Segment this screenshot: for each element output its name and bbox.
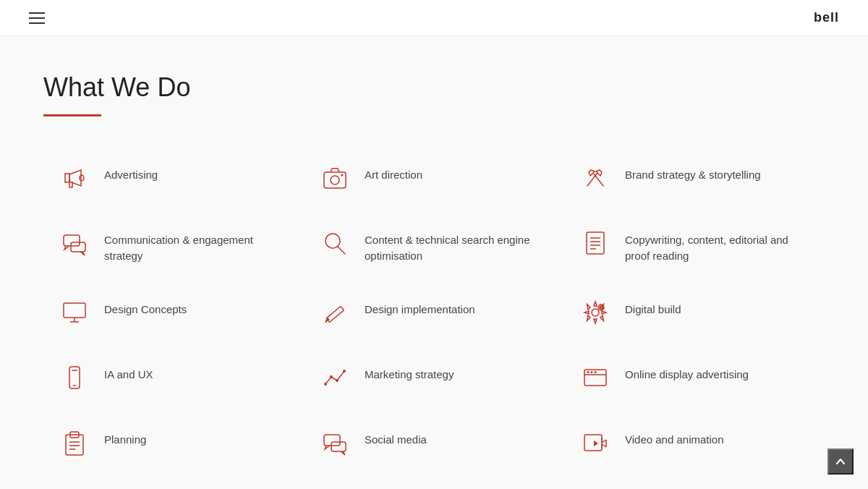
- svg-point-0: [80, 175, 84, 181]
- service-label-social-media: Social media: [365, 426, 427, 448]
- svg-line-9: [338, 247, 345, 254]
- svg-point-33: [587, 371, 590, 373]
- svg-line-4: [587, 173, 597, 186]
- service-label-marketing: Marketing strategy: [365, 361, 454, 383]
- svg-rect-43: [584, 435, 602, 451]
- pen-icon: [318, 296, 352, 329]
- svg-rect-6: [64, 235, 80, 246]
- service-item-design-concepts: Design Concepts: [43, 280, 304, 345]
- social-chat-icon: [318, 426, 352, 459]
- service-item-video: Video and animation: [564, 410, 825, 475]
- service-item-planning: Planning: [43, 410, 304, 475]
- service-item-art-direction: Art direction: [304, 145, 564, 211]
- service-label-content-seo: Content & technical search engine optimi…: [365, 226, 550, 264]
- monitor-icon: [58, 296, 91, 329]
- camera-icon: [318, 161, 352, 195]
- svg-point-2: [331, 176, 339, 184]
- service-label-design-concepts: Design Concepts: [104, 296, 187, 318]
- main-content: What We Do Advertising: [0, 36, 868, 489]
- service-label-copywriting: Copywriting, content, editorial and proo…: [625, 226, 810, 264]
- svg-point-8: [326, 234, 340, 248]
- svg-rect-15: [64, 303, 85, 318]
- menu-button[interactable]: [29, 12, 45, 24]
- title-underline: [43, 114, 101, 116]
- svg-rect-10: [587, 232, 604, 254]
- svg-rect-41: [324, 435, 340, 446]
- service-item-digital-build: Digital build: [564, 280, 825, 345]
- svg-point-27: [324, 383, 327, 386]
- service-label-advertising: Advertising: [104, 161, 158, 183]
- service-item-ia-ux: IA and UX: [43, 345, 304, 410]
- document-icon: [579, 226, 612, 260]
- wrench-cross-icon: [579, 161, 612, 195]
- page-title: What We Do: [43, 72, 825, 103]
- service-item-copywriting: Copywriting, content, editorial and proo…: [564, 211, 825, 280]
- mobile-icon: [58, 361, 91, 394]
- svg-point-28: [330, 375, 333, 378]
- service-item-online-display: Online display advertising: [564, 345, 825, 410]
- clipboard-icon: [58, 426, 91, 459]
- svg-line-48: [602, 444, 606, 447]
- service-label-communication: Communication & engagement strategy: [104, 226, 289, 264]
- megaphone-icon: [58, 161, 91, 195]
- service-label-design-impl: Design implementation: [365, 296, 475, 318]
- service-label-online-display: Online display advertising: [625, 361, 749, 383]
- service-item-design-impl: Design implementation: [304, 280, 564, 345]
- svg-point-35: [595, 371, 597, 373]
- service-label-planning: Planning: [104, 426, 146, 448]
- service-label-video: Video and animation: [625, 426, 724, 448]
- svg-line-5: [593, 173, 603, 186]
- service-item-advertising: Advertising: [43, 145, 304, 211]
- chart-icon: [318, 361, 352, 394]
- scroll-top-button[interactable]: [827, 448, 854, 475]
- service-item-content-seo: Content & technical search engine optimi…: [304, 211, 564, 280]
- chat-bubbles-icon: [58, 226, 91, 260]
- svg-rect-42: [331, 442, 346, 451]
- svg-point-30: [343, 370, 346, 373]
- video-icon: [579, 426, 612, 459]
- svg-point-3: [341, 174, 344, 177]
- service-label-brand-strategy: Brand strategy & storytelling: [625, 161, 761, 183]
- gear-icon: [579, 296, 612, 329]
- svg-point-29: [336, 379, 339, 382]
- service-label-digital-build: Digital build: [625, 296, 681, 318]
- service-item-brand-strategy: Brand strategy & storytelling: [564, 145, 825, 211]
- svg-point-34: [591, 371, 593, 373]
- search-icon: [318, 226, 352, 260]
- svg-point-21: [592, 309, 599, 316]
- svg-line-46: [602, 440, 606, 443]
- svg-marker-44: [594, 441, 598, 446]
- svg-rect-7: [71, 242, 85, 252]
- header: bell: [0, 0, 868, 36]
- browser-icon: [579, 361, 612, 394]
- service-item-social-media: Social media: [304, 410, 564, 475]
- brand-logo: bell: [814, 10, 839, 25]
- service-item-marketing: Marketing strategy: [304, 345, 564, 410]
- services-grid: Advertising Art direction: [43, 145, 825, 475]
- service-label-art-direction: Art direction: [365, 161, 422, 183]
- service-item-communication: Communication & engagement strategy: [43, 211, 304, 280]
- service-label-ia-ux: IA and UX: [104, 361, 153, 383]
